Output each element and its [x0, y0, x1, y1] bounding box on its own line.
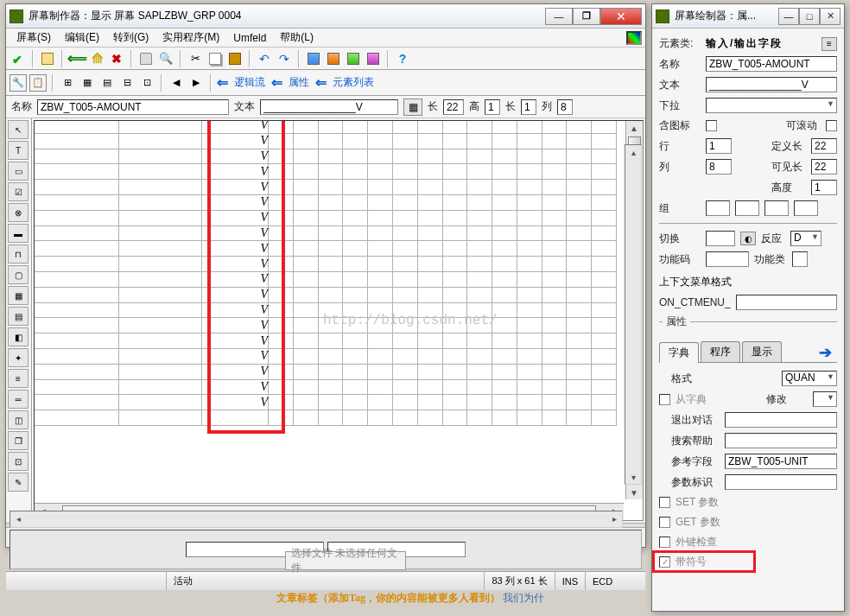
- pal-17[interactable]: ⊡: [8, 452, 29, 471]
- pal-status[interactable]: ≡: [8, 369, 29, 388]
- switch-helper[interactable]: ◐: [740, 232, 756, 245]
- pal-button[interactable]: ▬: [8, 224, 29, 243]
- maximize-button[interactable]: □: [799, 8, 820, 25]
- tab-more-arrow[interactable]: ➔: [814, 343, 837, 362]
- ref-input[interactable]: [725, 454, 837, 469]
- tab-disp[interactable]: 显示: [742, 341, 782, 362]
- h-input[interactable]: [485, 99, 500, 115]
- pal-16[interactable]: ❐: [8, 431, 29, 450]
- grid-button[interactable]: ▦: [403, 98, 422, 116]
- fmt-combo[interactable]: QUAN: [782, 371, 837, 386]
- close-button[interactable]: ✕: [600, 8, 642, 25]
- pal-box[interactable]: ▢: [8, 265, 29, 284]
- menu-edit[interactable]: 编辑(E): [58, 29, 106, 47]
- pcol-input[interactable]: [706, 159, 732, 175]
- paste-button[interactable]: [226, 50, 244, 67]
- group-input-3[interactable]: [764, 200, 789, 216]
- ctx-input[interactable]: [736, 295, 837, 310]
- icon-check[interactable]: [706, 120, 717, 131]
- design-grid[interactable]: VVVVVVVVVVVVVVVVVVV: [35, 121, 617, 426]
- menu-umfeld[interactable]: Umfeld: [226, 30, 273, 46]
- menu-util[interactable]: 实用程序(M): [155, 29, 226, 47]
- deflen-input[interactable]: [811, 138, 837, 154]
- article-tag-link[interactable]: 我们为什: [503, 592, 544, 604]
- pname-input[interactable]: [706, 56, 837, 72]
- redo-button[interactable]: ↷: [276, 50, 293, 67]
- outer-h-scrollbar[interactable]: ◂▸: [10, 511, 623, 528]
- pal-custom[interactable]: ◧: [8, 327, 29, 346]
- text-input[interactable]: [260, 99, 398, 115]
- pal-14[interactable]: ═: [8, 390, 29, 409]
- nav-next[interactable]: ▶: [187, 74, 205, 92]
- row-input[interactable]: [706, 138, 732, 154]
- tool-5[interactable]: ▤: [98, 74, 116, 92]
- tool-2[interactable]: 📋: [29, 74, 47, 92]
- ftype-input[interactable]: [792, 251, 808, 267]
- tool-7[interactable]: ⊡: [138, 74, 155, 92]
- len2-input[interactable]: [521, 99, 536, 115]
- copy-button[interactable]: [206, 50, 224, 67]
- scroll-check[interactable]: [826, 120, 837, 131]
- vislen-input[interactable]: [811, 159, 837, 175]
- col-input[interactable]: [557, 99, 573, 115]
- canvas[interactable]: VVVVVVVVVVVVVVVVVVV ▲▼ ◀▶: [34, 120, 644, 521]
- switch-input[interactable]: [706, 231, 735, 246]
- tab-dict[interactable]: 字典: [659, 342, 699, 363]
- pal-tab[interactable]: ⊓: [8, 244, 29, 264]
- outer-v-scrollbar[interactable]: ▴▾: [625, 144, 642, 485]
- react-combo[interactable]: D: [790, 231, 821, 246]
- pal-subsrc[interactable]: ▦: [8, 286, 29, 305]
- find-button[interactable]: 🔍: [157, 50, 174, 67]
- tool-3[interactable]: ⊞: [59, 74, 76, 92]
- drop-combo[interactable]: [706, 98, 837, 113]
- prop-titlebar[interactable]: 屏幕绘制器：属... — □ ✕: [652, 4, 844, 29]
- len-input[interactable]: [443, 99, 464, 115]
- cut-button[interactable]: ✂: [187, 50, 204, 67]
- height-input[interactable]: [811, 180, 837, 195]
- menu-goto[interactable]: 转到(G): [106, 29, 155, 47]
- file-select-button[interactable]: 选择文件 未选择任何文件: [285, 551, 406, 570]
- undo-button[interactable]: ↶: [256, 50, 273, 67]
- pal-table[interactable]: ▤: [8, 307, 29, 326]
- minimize-button[interactable]: —: [545, 8, 573, 25]
- attr-label[interactable]: 属性: [285, 75, 313, 90]
- group-input-4[interactable]: [794, 200, 818, 216]
- tool-6[interactable]: ⊟: [118, 74, 136, 92]
- help-button[interactable]: ?: [394, 50, 411, 67]
- cancel-button[interactable]: ✖: [108, 50, 125, 67]
- mod-combo[interactable]: [813, 391, 837, 407]
- elem-list-label[interactable]: 元素列表: [329, 75, 377, 90]
- param-input[interactable]: [725, 474, 837, 490]
- back-button[interactable]: ⟸: [68, 50, 86, 67]
- pal-radio[interactable]: ⊗: [8, 203, 29, 222]
- layout1-button[interactable]: [305, 50, 322, 67]
- group-input-1[interactable]: [706, 200, 730, 216]
- pal-icon[interactable]: ✦: [8, 348, 29, 367]
- name-input[interactable]: [37, 99, 229, 115]
- menu-screen[interactable]: 屏幕(S): [10, 29, 58, 47]
- maximize-button[interactable]: ❐: [573, 8, 600, 25]
- layout3-button[interactable]: [345, 50, 362, 67]
- fcode-input[interactable]: [706, 251, 749, 267]
- menu-help[interactable]: 帮助(L): [273, 29, 320, 47]
- ptext-input[interactable]: [706, 77, 837, 92]
- exit-input[interactable]: [725, 412, 837, 428]
- exit-button[interactable]: ⟰: [88, 50, 105, 67]
- print-button[interactable]: [137, 50, 155, 67]
- pal-text[interactable]: T: [8, 141, 29, 160]
- pal-15[interactable]: ◫: [8, 410, 29, 429]
- main-titlebar[interactable]: 屏幕制作器：显示 屏幕 SAPLZBW_GRP 0004 — ❐ ✕: [6, 4, 645, 29]
- layout2-button[interactable]: [325, 50, 342, 67]
- close-button[interactable]: ✕: [820, 8, 840, 25]
- tab-prog[interactable]: 程序: [701, 341, 740, 362]
- layout4-button[interactable]: [365, 50, 382, 67]
- shelp-input[interactable]: [725, 433, 837, 448]
- group-input-2[interactable]: [735, 200, 759, 216]
- save-button[interactable]: [39, 50, 56, 67]
- logic-flow-label[interactable]: 逻辑流: [231, 75, 269, 90]
- tool-4[interactable]: ▦: [79, 74, 96, 92]
- tool-1[interactable]: 🔧: [10, 74, 27, 92]
- color-swatch-icon[interactable]: [626, 31, 642, 45]
- minimize-button[interactable]: —: [778, 8, 799, 25]
- pal-18[interactable]: ✎: [8, 473, 29, 492]
